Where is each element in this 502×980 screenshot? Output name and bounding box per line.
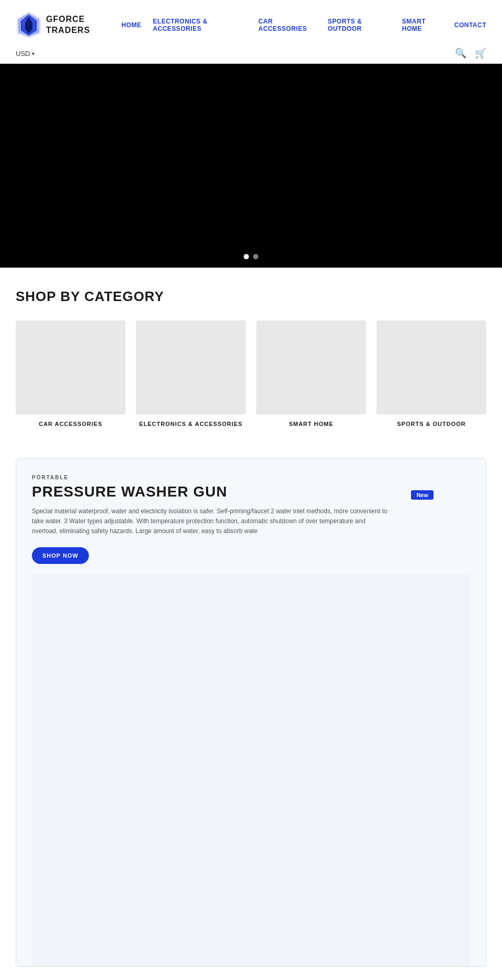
hero-dot-2[interactable] <box>253 254 258 259</box>
header-icons: 🔍 🛒 <box>455 48 486 59</box>
cart-icon[interactable]: 🛒 <box>475 48 486 59</box>
category-label-electronics: ELECTRONICS & ACCESSORIES <box>139 421 243 427</box>
shop-by-category-section: SHOP BY CATEGORY CAR ACCESSORIES ELECTRO… <box>0 268 502 458</box>
category-grid: CAR ACCESSORIES ELECTRONICS & ACCESSORIE… <box>16 320 486 427</box>
product-description: Special material waterproof, water and e… <box>32 506 387 537</box>
currency-label: USD <box>16 50 30 57</box>
product-title: PRESSURE WASHER GUN <box>32 483 470 500</box>
product-image <box>32 574 470 966</box>
category-label-car: CAR ACCESSORIES <box>39 421 102 427</box>
hero-banner <box>0 64 502 268</box>
category-card-electronics[interactable]: ELECTRONICS & ACCESSORIES <box>136 320 246 427</box>
category-label-smarthome: SMART HOME <box>289 421 333 427</box>
main-nav: HOME ELECTRONICS & ACCESSORIES CAR ACCES… <box>121 18 486 32</box>
category-card-smarthome[interactable]: SMART HOME <box>256 320 366 427</box>
nav-item-contact[interactable]: CONTACT <box>454 21 486 29</box>
nav-item-electronics[interactable]: ELECTRONICS & ACCESSORIES <box>153 18 247 32</box>
new-badge: New <box>411 490 433 500</box>
featured-section: PORTABLE PRESSURE WASHER GUN Special mat… <box>0 458 502 980</box>
nav-item-home[interactable]: HOME <box>121 21 141 29</box>
nav-item-smarthome[interactable]: SMART HOME <box>402 18 443 32</box>
category-card-sports[interactable]: SPORTS & OUTDOOR <box>376 320 486 427</box>
search-icon[interactable]: 🔍 <box>455 48 466 59</box>
shop-now-button[interactable]: SHOP NOW <box>32 547 89 564</box>
logo-text: GFORCE TRADERS <box>46 14 90 36</box>
category-image-sports <box>376 320 486 414</box>
header-top: GFORCE TRADERS HOME ELECTRONICS & ACCESS… <box>16 5 486 44</box>
currency-selector[interactable]: USD ▾ <box>16 50 35 57</box>
section-title-shop-by-category: SHOP BY CATEGORY <box>16 289 486 305</box>
header: GFORCE TRADERS HOME ELECTRONICS & ACCESS… <box>0 0 502 64</box>
nav-item-car[interactable]: CAR ACCESSORIES <box>258 18 316 32</box>
category-image-smarthome <box>256 320 366 414</box>
product-tag: PORTABLE <box>32 475 470 480</box>
header-bottom: USD ▾ 🔍 🛒 <box>16 44 486 63</box>
product-card: PORTABLE PRESSURE WASHER GUN Special mat… <box>16 458 486 967</box>
hero-dot-1[interactable] <box>244 254 249 259</box>
logo[interactable]: GFORCE TRADERS <box>16 10 90 39</box>
chevron-down-icon: ▾ <box>32 51 35 56</box>
logo-icon <box>16 10 42 39</box>
nav-item-sports[interactable]: SPORTS & OUTDOOR <box>328 18 391 32</box>
category-image-car <box>16 320 126 414</box>
category-image-electronics <box>136 320 246 414</box>
hero-dots <box>244 254 258 259</box>
category-card-car[interactable]: CAR ACCESSORIES <box>16 320 126 427</box>
category-label-sports: SPORTS & OUTDOOR <box>397 421 466 427</box>
